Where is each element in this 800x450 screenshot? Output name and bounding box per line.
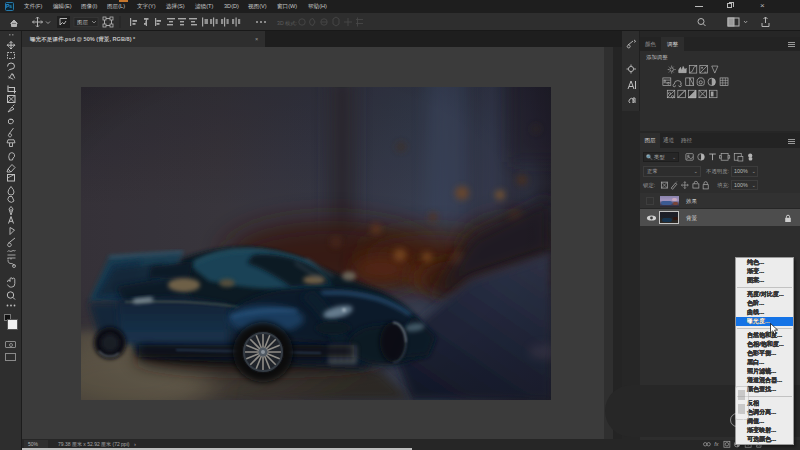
svg-text:fx: fx bbox=[714, 441, 719, 447]
svg-text:图层: 图层 bbox=[77, 19, 88, 26]
svg-text:3D 模式:: 3D 模式: bbox=[277, 20, 297, 26]
